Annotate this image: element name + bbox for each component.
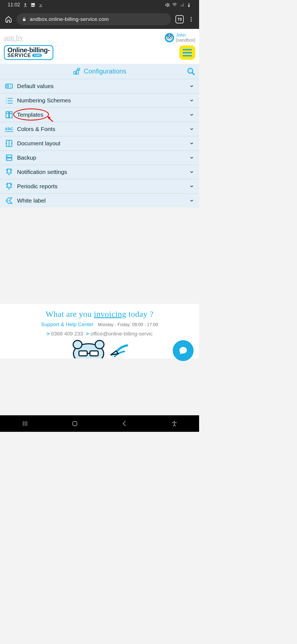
battery-icon bbox=[186, 2, 191, 7]
svg-point-36 bbox=[7, 159, 8, 160]
svg-rect-28 bbox=[6, 112, 9, 118]
recent-apps-icon[interactable] bbox=[21, 420, 29, 427]
menu-icon[interactable] bbox=[188, 16, 194, 22]
panel-header: Configurations bbox=[0, 64, 199, 79]
config-item-templates[interactable]: Templates bbox=[0, 107, 199, 122]
svg-rect-14 bbox=[74, 72, 76, 74]
contact-line: > 0368 409 233 > office@online-billing-s… bbox=[4, 331, 195, 337]
svg-point-5 bbox=[191, 17, 192, 18]
config-item-backup[interactable]: Backup bbox=[0, 150, 199, 165]
url-bar[interactable]: andbox.online-billing-service.com bbox=[16, 13, 171, 25]
upload-icon bbox=[23, 2, 28, 7]
email[interactable]: office@online-billing-servic bbox=[90, 331, 153, 337]
svg-rect-0 bbox=[31, 3, 35, 7]
svg-rect-29 bbox=[9, 112, 12, 118]
bell-icon bbox=[5, 182, 13, 190]
user-name: John bbox=[176, 33, 195, 38]
svg-rect-3 bbox=[188, 5, 190, 7]
chevron-down-icon bbox=[189, 141, 194, 146]
config-item-colors-fonts[interactable]: AbC Colors & Fonts bbox=[0, 122, 199, 136]
support-line: Support & Help Center Monday - Friday: 0… bbox=[4, 321, 195, 328]
search-button[interactable] bbox=[186, 67, 195, 76]
svg-point-10 bbox=[169, 36, 171, 38]
svg-point-7 bbox=[191, 21, 192, 22]
svg-text:1: 1 bbox=[6, 97, 7, 100]
chevron-down-icon bbox=[189, 198, 194, 203]
mascot-bear bbox=[4, 339, 195, 358]
svg-point-48 bbox=[174, 421, 175, 422]
download-icon bbox=[38, 2, 43, 7]
chevron-down-icon bbox=[189, 155, 194, 160]
svg-rect-33 bbox=[6, 155, 12, 157]
svg-point-40 bbox=[95, 340, 104, 349]
chevron-down-icon bbox=[189, 98, 194, 103]
svg-text:3: 3 bbox=[6, 102, 7, 104]
svg-point-9 bbox=[167, 36, 169, 38]
chevron-down-icon bbox=[189, 170, 194, 174]
back-icon[interactable] bbox=[121, 420, 128, 427]
content-gap bbox=[0, 208, 199, 304]
svg-text:1: 1 bbox=[10, 85, 12, 88]
svg-marker-32 bbox=[47, 116, 51, 119]
colors-fonts-icon: AbC bbox=[5, 125, 13, 133]
backup-icon bbox=[5, 154, 13, 162]
home-nav-icon[interactable] bbox=[71, 420, 78, 427]
hamburger-menu[interactable] bbox=[179, 45, 195, 60]
logo[interactable]: Online-billing- SERVICE ·com bbox=[4, 45, 53, 60]
footer: What are you invoicing today ? Support &… bbox=[0, 304, 199, 358]
chevron-down-icon bbox=[189, 112, 194, 117]
numbering-icon: 123 bbox=[5, 96, 13, 105]
config-item-document-layout[interactable]: Document layout bbox=[0, 136, 199, 150]
svg-rect-47 bbox=[73, 421, 77, 425]
svg-rect-34 bbox=[6, 158, 12, 160]
layout-icon bbox=[5, 139, 13, 148]
svg-rect-4 bbox=[23, 19, 25, 21]
svg-rect-16 bbox=[78, 68, 79, 70]
chat-fab[interactable] bbox=[173, 340, 194, 361]
default-values-icon: 1 bbox=[5, 82, 13, 90]
svg-text:2: 2 bbox=[6, 100, 7, 102]
svg-point-35 bbox=[7, 156, 8, 157]
config-item-default-values[interactable]: 1 Default values bbox=[0, 79, 199, 93]
url-text: andbox.online-billing-service.com bbox=[30, 16, 109, 22]
panel-title: Configurations bbox=[84, 67, 127, 75]
configurations-panel: Configurations 1 Default values 123 Numb… bbox=[0, 64, 199, 208]
app-by-label: app by bbox=[4, 34, 23, 42]
tab-count[interactable]: 73 bbox=[175, 15, 184, 23]
mute-icon bbox=[165, 2, 170, 7]
config-item-periodic-reports[interactable]: Periodic reports bbox=[0, 179, 199, 193]
chevron-down-icon bbox=[189, 84, 194, 89]
home-icon[interactable] bbox=[5, 16, 12, 23]
svg-line-18 bbox=[192, 73, 194, 75]
svg-point-20 bbox=[7, 85, 9, 87]
phone[interactable]: 0368 409 233 bbox=[51, 331, 83, 337]
svg-rect-41 bbox=[79, 351, 87, 356]
chevron-down-icon bbox=[189, 127, 194, 132]
svg-point-6 bbox=[191, 19, 192, 20]
avatar bbox=[165, 33, 174, 42]
user-block[interactable]: John [sandbox] bbox=[165, 33, 195, 42]
accessibility-icon[interactable] bbox=[171, 420, 178, 427]
config-icon bbox=[73, 67, 81, 75]
config-item-white-label[interactable]: White label bbox=[0, 193, 199, 208]
svg-rect-2 bbox=[189, 3, 189, 3]
user-env: [sandbox] bbox=[176, 38, 195, 43]
bell-icon bbox=[5, 168, 13, 176]
svg-rect-42 bbox=[90, 351, 98, 356]
clock: 11:02 bbox=[8, 2, 20, 8]
support-link[interactable]: Support & Help Center bbox=[41, 321, 94, 327]
svg-point-12 bbox=[167, 35, 169, 36]
wifi-icon bbox=[172, 2, 177, 7]
tag-icon bbox=[5, 197, 13, 205]
image-icon bbox=[31, 2, 35, 7]
svg-point-37 bbox=[7, 200, 8, 201]
android-status-bar: 11:02 bbox=[0, 0, 199, 10]
browser-toolbar: andbox.online-billing-service.com 73 bbox=[0, 10, 199, 29]
templates-icon bbox=[5, 111, 13, 119]
app-header: app by John [sandbox] Online-billing- SE… bbox=[0, 29, 199, 64]
config-item-notification-settings[interactable]: Notification settings bbox=[0, 165, 199, 179]
config-item-numbering-schemes[interactable]: 123 Numbering Schemes bbox=[0, 93, 199, 107]
lock-icon bbox=[22, 17, 26, 21]
tagline: What are you invoicing today ? bbox=[4, 309, 195, 319]
svg-point-39 bbox=[73, 340, 82, 349]
